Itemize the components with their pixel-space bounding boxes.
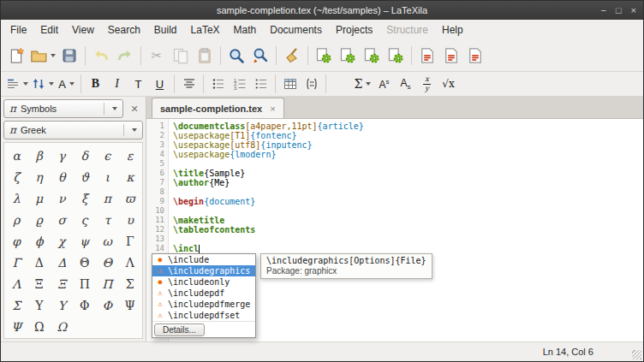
completion-item[interactable]: ⚠\includepdf (152, 288, 255, 299)
new-document-button[interactable] (4, 44, 28, 68)
menu-item-math[interactable]: Math (227, 21, 264, 39)
build-tool-button-4[interactable] (384, 44, 408, 68)
symbol-cell[interactable]: Ω (34, 320, 45, 334)
symbol-cell[interactable]: θ (58, 170, 65, 184)
tab-sample-completion[interactable]: sample-completion.tex × (152, 98, 284, 118)
symbol-cell[interactable]: Ξ (57, 277, 66, 291)
symbol-cell[interactable]: κ (126, 170, 134, 184)
minimize-button[interactable]: − (600, 6, 605, 15)
underline-button[interactable]: U (149, 74, 170, 94)
menu-item-search[interactable]: Search (101, 21, 147, 39)
symbol-cell[interactable]: Ω (57, 320, 67, 334)
symbol-cell[interactable]: ξ (81, 192, 88, 205)
symbol-cell[interactable]: σ (57, 213, 66, 227)
close-button[interactable]: × (631, 6, 636, 15)
clean-build-files-button[interactable] (280, 44, 304, 68)
symbol-cell[interactable]: μ (35, 192, 43, 205)
details-button[interactable]: Details... (154, 323, 205, 336)
description-list-button[interactable] (250, 74, 271, 94)
symbol-cell[interactable]: γ (58, 149, 65, 163)
symbol-cell[interactable]: ζ (13, 170, 20, 184)
save-button[interactable] (57, 44, 81, 68)
symbol-cell[interactable]: ϕ (35, 234, 44, 248)
symbol-cell[interactable]: ϱ (36, 213, 43, 227)
symbol-cell[interactable]: υ (126, 213, 134, 227)
math-environments-dropdown[interactable]: Σ (352, 74, 373, 94)
resize-grip[interactable] (632, 350, 641, 359)
center-environment-button[interactable] (178, 74, 200, 94)
symbol-cell[interactable]: ϖ (125, 192, 134, 205)
references-dropdown[interactable] (30, 74, 56, 94)
completion-item[interactable]: ●\include (152, 254, 255, 265)
completion-item[interactable]: ⚠\includepdfset (152, 310, 255, 321)
symbol-cell[interactable]: τ (104, 213, 110, 227)
characters-size-dropdown[interactable]: A (56, 74, 77, 94)
view-output-button-2[interactable] (439, 44, 463, 68)
superscript-button[interactable]: As (373, 74, 395, 94)
completion-item[interactable]: ⚠\includepdfmerge (152, 299, 255, 310)
open-document-button[interactable] (28, 44, 57, 68)
search-button[interactable] (224, 44, 248, 68)
search-replace-button[interactable] (248, 44, 272, 68)
symbol-cell[interactable]: Φ (103, 299, 112, 312)
menu-item-latex[interactable]: LaTeX (184, 21, 227, 39)
symbol-cell[interactable]: λ (13, 192, 21, 205)
maximize-button[interactable]: □ (616, 6, 622, 15)
symbol-cell[interactable]: ν (58, 192, 66, 205)
menu-item-file[interactable]: File (3, 21, 33, 39)
symbol-cell[interactable]: Ψ (11, 320, 21, 334)
symbol-group-combobox[interactable]: π Greek (3, 121, 143, 139)
bold-button[interactable]: B (85, 74, 106, 94)
view-output-button-3[interactable] (463, 44, 487, 68)
symbol-cell[interactable]: ω (103, 234, 112, 248)
symbol-cell[interactable]: Θ (80, 256, 89, 270)
itemize-list-button[interactable] (207, 74, 229, 94)
menu-item-help[interactable]: Help (435, 21, 470, 39)
panel-selector-combobox[interactable]: π Symbols (3, 99, 123, 118)
table-button[interactable] (279, 74, 301, 94)
symbol-cell[interactable]: Γ (126, 234, 134, 248)
completion-item[interactable]: ●\includeonly (152, 276, 255, 288)
symbol-cell[interactable]: ψ (80, 234, 89, 248)
symbol-cell[interactable]: Σ (12, 299, 21, 312)
symbol-cell[interactable]: Σ (126, 277, 134, 291)
symbol-cell[interactable]: χ (58, 234, 65, 248)
symbol-cell[interactable]: Π (102, 277, 112, 291)
tab-close-icon[interactable]: × (270, 104, 275, 114)
symbol-cell[interactable]: ι (105, 170, 110, 184)
italic-button[interactable]: I (106, 74, 128, 94)
symbol-cell[interactable]: Υ (35, 299, 43, 312)
symbol-cell[interactable]: ϵ (104, 149, 110, 163)
completion-item[interactable]: ⚠\includegraphics (152, 265, 255, 276)
symbol-cell[interactable]: Δ (35, 256, 44, 270)
subscript-button[interactable]: As (395, 74, 416, 94)
symbol-cell[interactable]: Φ (80, 299, 89, 312)
symbol-cell[interactable]: β (36, 149, 43, 163)
menu-item-build[interactable]: Build (147, 21, 184, 39)
build-tool-button-1[interactable] (312, 44, 336, 68)
symbol-cell[interactable]: Ξ (35, 277, 44, 291)
menu-item-documents[interactable]: Documents (263, 21, 329, 39)
menu-item-projects[interactable]: Projects (329, 21, 379, 39)
symbol-cell[interactable]: Γ (12, 256, 21, 270)
view-output-button-1[interactable] (415, 44, 439, 68)
symbol-cell[interactable]: Λ (126, 256, 134, 270)
symbol-cell[interactable]: Δ (57, 256, 66, 270)
build-tool-button-3[interactable] (360, 44, 384, 68)
symbol-cell[interactable]: ε (127, 149, 133, 163)
menu-item-edit[interactable]: Edit (33, 21, 65, 39)
enumerate-list-button[interactable]: 1.2.3. (229, 74, 250, 94)
menu-item-view[interactable]: View (65, 21, 101, 39)
symbol-cell[interactable]: η (36, 170, 43, 184)
symbol-cell[interactable]: Π (80, 277, 90, 291)
build-tool-button-2[interactable] (336, 44, 360, 68)
symbol-cell[interactable]: Ψ (125, 299, 135, 312)
close-side-panel-button[interactable]: ✕ (126, 100, 143, 117)
symbol-cell[interactable]: α (13, 149, 21, 163)
square-root-button[interactable]: √x (438, 74, 459, 94)
symbol-cell[interactable]: Υ (58, 299, 66, 312)
symbol-cell[interactable]: ρ (13, 213, 20, 227)
symbol-cell[interactable]: Λ (12, 277, 21, 291)
symbol-cell[interactable]: ϑ (80, 170, 89, 184)
matrix-button[interactable] (301, 74, 322, 94)
